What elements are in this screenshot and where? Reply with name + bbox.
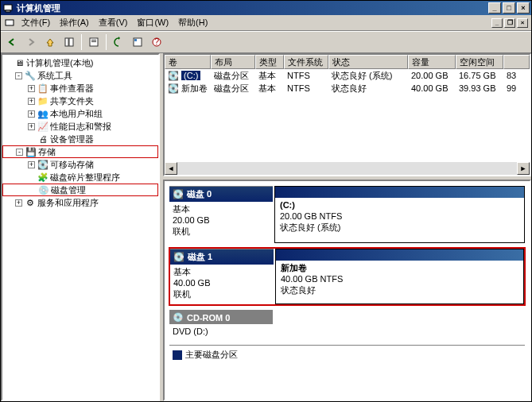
disk-name: 磁盘 1: [188, 251, 212, 263]
computer-icon: 🖥: [14, 57, 25, 68]
col-layout[interactable]: 布局: [211, 55, 255, 69]
menubar: 文件(F) 操作(A) 查看(V) 窗口(W) 帮助(H) _ ❐ ×: [1, 15, 531, 31]
close-button[interactable]: ×: [517, 2, 530, 14]
partition-status: 状态良好: [281, 285, 316, 295]
partition-size: 20.00 GB NTFS: [280, 211, 342, 221]
legend-swatch-primary: [173, 350, 182, 360]
tree-systools[interactable]: -🔧系统工具: [2, 69, 158, 82]
col-free[interactable]: 空闲空间: [456, 55, 503, 69]
volume-name: (C:): [181, 71, 200, 80]
up-button[interactable]: [41, 33, 59, 51]
properties-button[interactable]: [85, 33, 103, 51]
menu-action[interactable]: 操作(A): [55, 15, 94, 30]
menu-help[interactable]: 帮助(H): [173, 15, 212, 30]
tree-devmgr[interactable]: 🖨设备管理器: [2, 133, 158, 145]
partition-size: 40.00 GB NTFS: [281, 274, 343, 284]
tree-sharedfolders[interactable]: +📁共享文件夹: [2, 95, 158, 107]
cell-capacity: 20.00 GB: [408, 71, 456, 80]
cell-type: 基本: [255, 83, 284, 95]
menu-view[interactable]: 查看(V): [94, 15, 133, 30]
disk-size: 40.00 GB: [173, 277, 270, 288]
disk-info: 💽磁盘 0基本20.00 GB联机: [169, 186, 273, 243]
tree-panel[interactable]: 🖥计算机管理(本地) -🔧系统工具 +📋事件查看器 +📁共享文件夹 +👥本地用户…: [1, 53, 160, 401]
window-title: 计算机管理: [17, 2, 487, 14]
tree-defrag[interactable]: 🧩磁盘碎片整理程序: [2, 171, 158, 184]
titlebar: 计算机管理 _ □ ×: [1, 1, 531, 15]
disk-kind: DVD (D:): [169, 324, 273, 338]
menu-window[interactable]: 窗口(W): [132, 15, 173, 30]
forward-button[interactable]: [22, 33, 40, 51]
volume-row[interactable]: 💽 (C:)磁盘分区基本NTFS状态良好 (系统)20.00 GB16.75 G…: [165, 69, 530, 82]
refresh-button[interactable]: [110, 33, 127, 51]
collapse-icon[interactable]: -: [15, 72, 22, 79]
col-volume[interactable]: 卷: [165, 55, 211, 69]
col-type[interactable]: 类型: [255, 55, 284, 69]
cdrom-icon: 💿: [173, 312, 184, 323]
users-icon: 👥: [37, 108, 49, 119]
tree-eventviewer[interactable]: +📋事件查看器: [2, 82, 158, 95]
menu-file[interactable]: 文件(F): [17, 15, 55, 30]
svg-text:?: ?: [154, 37, 159, 46]
col-fs[interactable]: 文件系统: [284, 55, 328, 69]
expand-icon[interactable]: +: [28, 161, 35, 168]
cell-free: 39.93 GB: [456, 83, 503, 93]
defrag-icon: 🧩: [37, 172, 49, 183]
tree-removable[interactable]: +💽可移动存储: [2, 158, 158, 171]
chart-icon: 📈: [37, 121, 49, 132]
svg-rect-4: [69, 38, 73, 46]
settings-button[interactable]: [129, 33, 146, 51]
cell-fs: NTFS: [284, 71, 328, 80]
volume-row[interactable]: 💽 新加卷磁盘分区基本NTFS状态良好40.00 GB39.93 GB99: [165, 82, 530, 95]
disk-info: 💿CD-ROM 0DVD (D:): [169, 310, 273, 340]
disk-name: 磁盘 0: [187, 188, 212, 200]
mdi-restore-button[interactable]: ❐: [504, 18, 515, 28]
collapse-icon[interactable]: -: [16, 149, 23, 156]
partition[interactable]: (C:)20.00 GB NTFS状态良好 (系统): [274, 186, 525, 243]
expand-icon[interactable]: +: [15, 199, 22, 207]
scroll-left-button[interactable]: ◄: [165, 162, 177, 175]
expand-icon[interactable]: +: [28, 123, 35, 130]
maximize-button[interactable]: □: [503, 2, 515, 14]
scroll-right-button[interactable]: ►: [517, 162, 530, 175]
disk-kind: 基本: [173, 203, 270, 215]
hscrollbar[interactable]: ◄ ►: [165, 162, 530, 175]
event-icon: 📋: [37, 83, 49, 94]
disk-info: 💽磁盘 1基本40.00 GB联机: [170, 249, 274, 304]
volume-list: 卷 布局 类型 文件系统 状态 容量 空闲空间 💽 (C:)磁盘分区基本NTFS…: [163, 53, 531, 176]
disk-row[interactable]: 💽磁盘 0基本20.00 GB联机(C:)20.00 GB NTFS状态良好 (…: [169, 186, 525, 243]
scroll-track[interactable]: [177, 162, 517, 175]
col-status[interactable]: 状态: [328, 55, 408, 69]
disk-row[interactable]: 💿CD-ROM 0DVD (D:): [169, 310, 525, 340]
svg-rect-7: [91, 41, 96, 42]
list-header: 卷 布局 类型 文件系统 状态 容量 空闲空间: [165, 55, 530, 69]
device-icon: 🖨: [37, 133, 49, 145]
partition-status: 状态良好 (系统): [280, 222, 340, 232]
expand-icon[interactable]: +: [28, 110, 35, 118]
tree-diskmgmt[interactable]: 💿磁盘管理: [2, 184, 158, 196]
col-capacity[interactable]: 容量: [408, 55, 456, 69]
expand-icon[interactable]: +: [28, 98, 35, 105]
disk-size: 20.00 GB: [173, 215, 270, 226]
tree-services[interactable]: +⚙服务和应用程序: [2, 196, 158, 209]
mdi-icon: [4, 17, 15, 29]
disk-icon: 💽: [173, 252, 184, 262]
tree-root[interactable]: 🖥计算机管理(本地): [2, 56, 158, 69]
back-button[interactable]: [3, 33, 21, 51]
expand-icon[interactable]: +: [28, 85, 35, 92]
legend: 主要磁盘分区: [169, 345, 525, 364]
cell-pct: 83: [503, 71, 530, 80]
cell-pct: 99: [503, 83, 530, 93]
show-hide-button[interactable]: [60, 33, 78, 51]
mdi-minimize-button[interactable]: _: [491, 18, 503, 28]
tree-storage[interactable]: -💾存储: [2, 145, 158, 158]
help-button[interactable]: ?: [148, 33, 165, 51]
cell-status: 状态良好: [328, 83, 408, 95]
svg-rect-6: [91, 40, 96, 41]
minimize-button[interactable]: _: [488, 2, 501, 14]
disk-row[interactable]: 💽磁盘 1基本40.00 GB联机新加卷40.00 GB NTFS状态良好: [169, 248, 525, 305]
tree-localusers[interactable]: +👥本地用户和组: [2, 107, 158, 120]
partition[interactable]: 新加卷40.00 GB NTFS状态良好: [275, 249, 524, 304]
tree-perflogs[interactable]: +📈性能日志和警报: [2, 120, 158, 133]
mdi-close-button[interactable]: ×: [517, 18, 528, 28]
col-pct[interactable]: [503, 55, 530, 69]
